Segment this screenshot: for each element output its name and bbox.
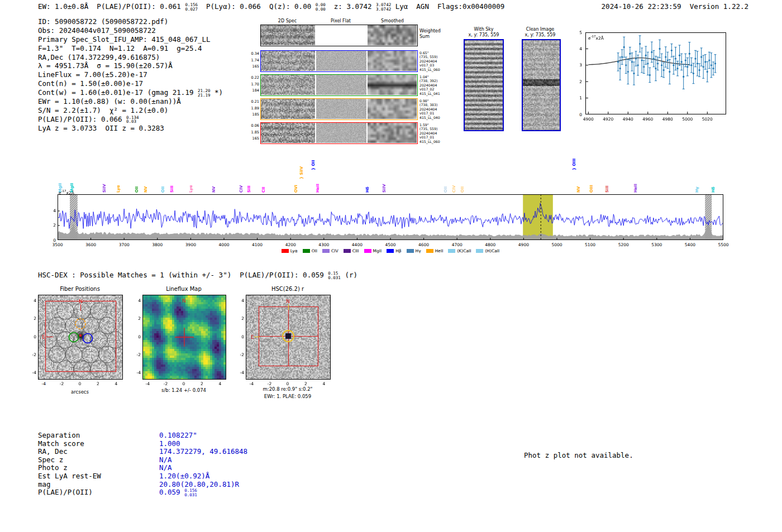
info-line: LineFlux = 7.00(±5.20)e-17 — [38, 70, 223, 79]
info-line: Obs: 20240404v017_5090058722 — [38, 26, 223, 35]
text-run: Lyα AGN Flags:0x00400009 — [391, 2, 504, 11]
row-weight-labels: 0.221.70184 — [246, 75, 259, 94]
legend-label: Lyα — [290, 248, 298, 253]
emission-line-label: MgII — [70, 183, 74, 193]
info-line: ID: 5090058722 (5090058722.pdf) — [38, 17, 223, 26]
zoom-x-tick-label: 4900 — [580, 117, 597, 122]
legend-item: CIII — [344, 248, 359, 253]
hsc-match-summary: HSC-DEX : Possible Matches = 1 (within +… — [38, 271, 357, 280]
spectrum-x-tick-label: 4600 — [415, 242, 433, 247]
row-weight-value: 0.21 — [246, 99, 259, 106]
row-weight-value: 1.85 — [246, 130, 259, 136]
spec2d-image — [261, 25, 315, 45]
row-annotation-line: (738, 383) — [419, 103, 445, 107]
text-run: RA,Dec (174.372299,49.616875) — [38, 53, 160, 61]
spec2d-row — [260, 50, 418, 72]
cutout-y-tick-label: -2 — [132, 352, 141, 357]
cutout-y-tick-label: -2 — [28, 352, 36, 357]
row-annotation-line: 20240404 — [419, 107, 445, 111]
text-run: *) — [211, 88, 223, 97]
stacked-fraction: 0.1560.031 — [184, 488, 197, 497]
cutout-y-tick-label: 0 — [132, 334, 141, 339]
cutout-x-tick-label: -2 — [264, 381, 275, 386]
lineflux-map-title: Lineflux Map — [142, 286, 225, 292]
cutout-x-tick-label: 4 — [214, 381, 226, 386]
spec2d-image — [261, 75, 315, 95]
legend-swatch — [322, 249, 330, 253]
zoom-y-tick-label: 2 — [574, 79, 582, 84]
match-field-value: 20.80(20.80,20.81)R — [159, 480, 239, 489]
zoom-x-tick-label: 5020 — [699, 117, 716, 122]
legend-label: MgII — [373, 248, 382, 253]
spec2d-row — [260, 98, 418, 120]
row-annotation-line: v017_01 — [419, 111, 445, 115]
zoom-y-tick-label: 5 — [574, 30, 582, 35]
emission-line-label: MgII — [58, 183, 63, 193]
row-annotation-line: 1.59" — [419, 123, 445, 127]
fraction-bottom: 0.03 — [126, 119, 136, 124]
text-run: Cont(n) = 1.50(±0.00)e-17 — [38, 79, 143, 88]
text-run: EWr = 1.10(±0.88) (w: 0.00(±nan))Å — [38, 97, 181, 106]
row-annotation-line: v017_02 — [419, 87, 445, 91]
fraction-bottom: 0.00 — [316, 7, 326, 12]
legend-item: OII — [303, 248, 317, 253]
row-annotation: 1.59"(735, 559)20240404v017_01415_LL_060 — [419, 123, 445, 143]
cutout-y-tick-label: -2 — [236, 352, 244, 357]
legend-label: Hγ — [416, 248, 421, 253]
row-weight-value: 185 — [246, 112, 259, 118]
spectrum-y-tick-label: 4 — [49, 208, 56, 213]
text-run: LyA z = 3.0733 OII z = 0.3283 — [38, 124, 164, 132]
match-field-label: Est LyA rest-EW — [38, 472, 101, 481]
legend-item: HeII — [426, 248, 444, 253]
info-line: Primary Spec_Slot_IFU_AMP: 415_048_067_L… — [38, 35, 223, 44]
row-annotation-line: 20240404 — [419, 131, 445, 135]
smoothed-image — [368, 123, 417, 143]
legend-swatch — [344, 249, 351, 253]
clean-image — [522, 39, 561, 131]
stacked-fraction: 0.150.031 — [328, 271, 341, 280]
emission-line-label: SiIV — [102, 184, 107, 193]
legend-item: MgII — [364, 248, 382, 253]
cutout-y-tick-label: 2 — [132, 316, 141, 321]
cutout-y-tick-label: 4 — [28, 298, 36, 303]
cutout-x-tick-label: 2 — [92, 381, 103, 386]
spectrum-x-tick-label: 4800 — [481, 242, 499, 247]
cutout-y-tick-label: 0 — [28, 334, 36, 339]
stacked-fraction: 3.07423.0742 — [376, 3, 391, 11]
row-weight-value: 0.22 — [246, 75, 259, 82]
legend-item: Lyα — [282, 248, 298, 253]
match-field-value: 1.000 — [159, 439, 180, 448]
legend-label: CIII — [352, 248, 359, 253]
hsc-cutout-title: HSC(26.2) r — [246, 286, 330, 292]
row-weight-value: 0.34 — [246, 51, 259, 57]
text-run: z: 3.0742 — [326, 2, 376, 11]
row-annotation-line: v017_03 — [419, 63, 445, 67]
cutout-y-tick-label: -4 — [28, 370, 36, 375]
row-annotation-line: 0.65" — [419, 51, 445, 55]
emission-line-label: SiII — [247, 185, 251, 193]
legend-label: (H)CaII — [485, 248, 499, 253]
spectrum-x-tick-label: 4200 — [282, 242, 299, 247]
match-field-value: N/A — [159, 456, 172, 464]
info-line: S/N = 2.2(±1.7) χ² = 1.2(±0.0) — [38, 106, 223, 115]
pixel-flat-image — [316, 99, 366, 119]
zoom-y-tick-label: 1 — [574, 95, 582, 100]
row-weight-labels: 0.341.74165 — [246, 51, 259, 70]
row-annotation-line: 415_LL_060 — [419, 68, 445, 71]
spec2d-row — [260, 25, 418, 46]
row-weight-value: 1.89 — [246, 106, 259, 112]
text-run: 20.80(20.80,20.81)R — [159, 480, 239, 488]
cutout-y-tick-label: 2 — [28, 316, 36, 321]
text-run: LineFlux = 7.00(±5.20)e-17 — [38, 70, 147, 79]
legend-item: Hβ — [387, 248, 401, 253]
legend-label: CIV — [331, 248, 338, 253]
row-weight-labels: 0.211.89185 — [246, 99, 259, 118]
spectrum-x-tick-label: 4400 — [348, 242, 366, 247]
fiber-positions-title: Fiber Positions — [38, 286, 122, 292]
flux-label-exponent: -17 — [591, 35, 596, 38]
info-line: EWr = 1.10(±0.88) (w: 0.00(±nan))Å — [38, 97, 223, 106]
cutout-x-tick-label: 4 — [318, 381, 330, 386]
emission-line-label: Hδ — [365, 186, 370, 193]
cutout-x-tick-label: -4 — [142, 381, 153, 386]
emission-line-label: CIV — [239, 185, 244, 193]
